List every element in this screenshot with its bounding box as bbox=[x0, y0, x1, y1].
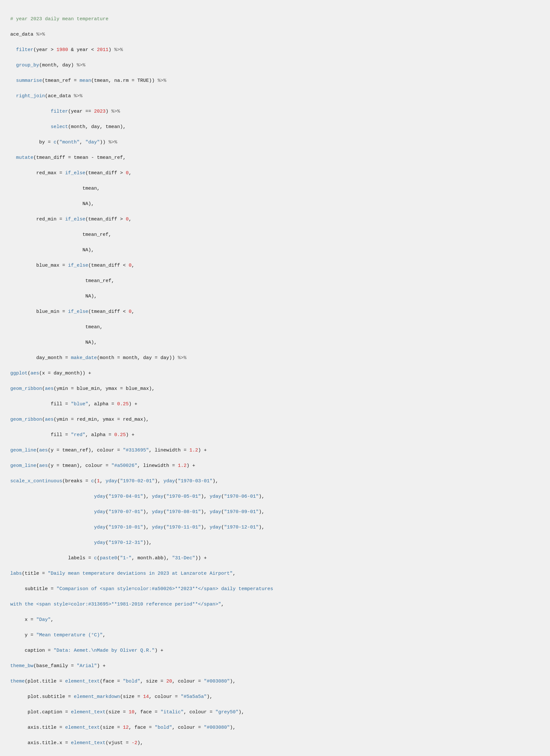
token: "31-Dec" bbox=[172, 555, 195, 561]
token: summarise bbox=[16, 78, 42, 83]
code-line-16: NA), bbox=[10, 246, 540, 254]
token: ( bbox=[163, 525, 166, 530]
token: (face = bbox=[100, 679, 123, 684]
token: filter bbox=[51, 109, 68, 114]
token: ( bbox=[36, 463, 39, 468]
token: ), bbox=[207, 694, 212, 700]
code-line-39: with the <span style=color:#313695>**198… bbox=[10, 601, 540, 608]
token: %>% bbox=[178, 355, 186, 361]
token: "Day" bbox=[36, 617, 51, 623]
token: (x = day_month)) + bbox=[39, 371, 91, 376]
code-line-13: NA), bbox=[10, 200, 540, 208]
token: 20 bbox=[166, 679, 172, 684]
code-line-42: caption = "Data: Aemet.\nMade by Oliver … bbox=[10, 647, 540, 655]
token: by = bbox=[39, 140, 54, 145]
token: ( bbox=[221, 525, 224, 530]
token: select bbox=[51, 124, 68, 130]
token: "Daily mean temperature deviations in 20… bbox=[48, 571, 233, 576]
token: ( bbox=[117, 478, 120, 484]
code-line-28: fill = "red", alpha = 0.25) + bbox=[10, 431, 540, 439]
token: ), bbox=[201, 525, 210, 530]
token: 0.25 bbox=[114, 432, 126, 438]
token: plot.subtitle = bbox=[28, 694, 74, 700]
code-block: # year 2023 daily mean temperature ace_d… bbox=[10, 8, 540, 756]
token: 1980 bbox=[56, 47, 68, 53]
token: 0 bbox=[126, 217, 129, 222]
code-line-33: yday("1970-07-01"), yday("1970-08-01"), … bbox=[10, 508, 540, 516]
token: element_text bbox=[71, 709, 106, 715]
token: "1970-03-01" bbox=[178, 478, 212, 484]
token: subtitle = bbox=[25, 586, 56, 592]
token: ) + bbox=[186, 463, 195, 468]
token: ( bbox=[221, 494, 224, 499]
token: (month, day, tmean), bbox=[68, 124, 126, 130]
token: ( bbox=[28, 371, 30, 376]
token: )) + bbox=[195, 555, 207, 561]
token: yday bbox=[210, 494, 221, 499]
token: ( bbox=[221, 509, 224, 515]
token: "day" bbox=[85, 140, 100, 145]
token: "Mean temperature (°C)" bbox=[36, 632, 103, 638]
token: if_else bbox=[65, 217, 85, 222]
token: element_text bbox=[71, 740, 106, 746]
code-line-35: yday("1970-12-31")), bbox=[10, 539, 540, 547]
token: if_else bbox=[65, 170, 85, 176]
code-line-48: axis.title.x = element_text(vjust = -2), bbox=[10, 739, 540, 747]
token: aes bbox=[45, 417, 54, 422]
token: red_min = bbox=[36, 217, 65, 222]
token: (ymin = blue_min, ymax = blue_max), bbox=[54, 386, 155, 391]
code-line-47: axis.title = element_text(size = 12, fac… bbox=[10, 724, 540, 732]
token: ( bbox=[163, 509, 166, 515]
token: (month = month, day = day)) bbox=[97, 355, 178, 361]
token: %>% bbox=[74, 93, 82, 99]
token: ) + bbox=[129, 401, 137, 407]
token: 0 bbox=[129, 309, 132, 314]
token: , size = bbox=[140, 679, 166, 684]
token: (tmean_ref = bbox=[42, 78, 80, 83]
code-line-2: ace_data %>% bbox=[10, 31, 540, 39]
token: yday bbox=[94, 494, 106, 499]
token: "red" bbox=[71, 432, 85, 438]
token: , bbox=[221, 602, 224, 607]
token: , colour = bbox=[172, 679, 204, 684]
token: 14 bbox=[143, 694, 149, 700]
token: %>% bbox=[77, 63, 85, 68]
code-line-45: plot.subtitle = element_markdown(size = … bbox=[10, 693, 540, 701]
token: (tmean_diff > bbox=[85, 217, 126, 222]
token: ace_data bbox=[10, 32, 36, 37]
token: "bold" bbox=[155, 725, 172, 730]
code-line-31: scale_x_continuous(breaks = c(1, yday("1… bbox=[10, 477, 540, 485]
token: "grey50" bbox=[215, 709, 238, 715]
token: ), bbox=[230, 679, 236, 684]
token: ) + bbox=[198, 448, 207, 453]
code-line-46: plot.caption = element_text(size = 10, f… bbox=[10, 709, 540, 716]
token: (size = bbox=[100, 725, 123, 730]
token: "1970-12-01" bbox=[224, 525, 259, 530]
token: yday bbox=[152, 494, 163, 499]
token: element_text bbox=[65, 679, 100, 684]
token: (year > bbox=[33, 47, 56, 53]
token: ) + bbox=[155, 648, 163, 653]
code-line-40: x = "Day", bbox=[10, 616, 540, 624]
token: ( bbox=[94, 478, 97, 484]
token: & year < bbox=[68, 47, 97, 53]
token: red_max = bbox=[36, 170, 65, 176]
token: aes bbox=[45, 386, 54, 391]
token: axis.title.x = bbox=[28, 740, 71, 746]
code-line-18: tmean_ref, bbox=[10, 277, 540, 285]
token: , colour = bbox=[149, 694, 181, 700]
token: , colour = bbox=[184, 709, 215, 715]
token: ), bbox=[259, 525, 264, 530]
token: (tmean_diff = tmean - tmean_ref, bbox=[33, 155, 126, 160]
token: yday bbox=[94, 540, 106, 546]
token: "blue" bbox=[71, 401, 88, 407]
comment: # year 2023 daily mean temperature bbox=[10, 16, 108, 22]
token: (y = tmean), colour = bbox=[48, 463, 111, 468]
token: ), bbox=[212, 478, 218, 484]
token: ), bbox=[238, 709, 244, 715]
token: , linewidth = bbox=[149, 448, 189, 453]
token: , bbox=[132, 263, 134, 268]
code-line-21: tmean, bbox=[10, 323, 540, 331]
token: (vjust = bbox=[106, 740, 132, 746]
token: , bbox=[100, 478, 106, 484]
